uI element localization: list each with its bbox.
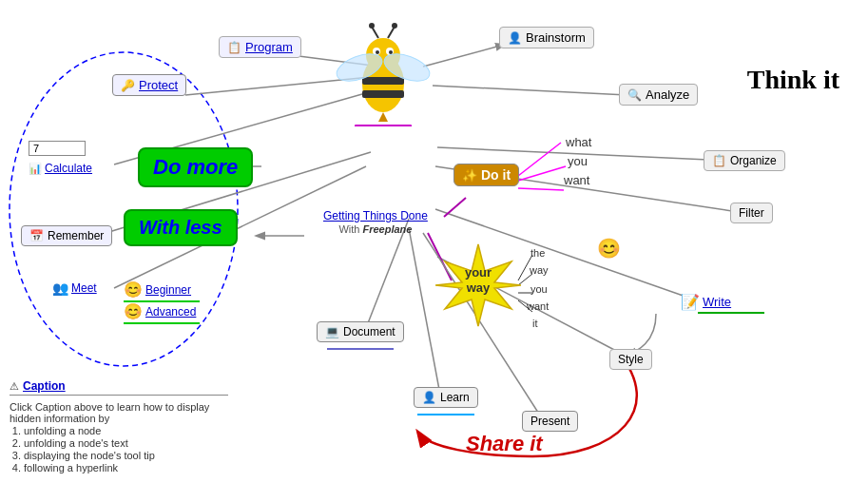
write-icon: 📝 — [681, 293, 700, 311]
advanced-label: Advanced — [145, 305, 196, 319]
organize-node[interactable]: 📋 Organize — [704, 150, 785, 171]
svg-point-32 — [376, 50, 379, 54]
remember-node[interactable]: 📅 Remember — [21, 225, 112, 246]
word-what: what — [566, 135, 591, 149]
present-label: Present — [530, 415, 569, 428]
your-way-node[interactable]: your way — [435, 242, 521, 332]
brainstorm-icon: 👤 — [508, 31, 522, 45]
learn-node[interactable]: 👤 Learn — [414, 387, 478, 415]
caption-item-3: displaying the node's tool tip — [24, 450, 228, 461]
analyze-icon: 🔍 — [627, 88, 642, 102]
word-want2: want — [527, 300, 549, 312]
beginner-node[interactable]: 😊 Beginner — [124, 280, 200, 302]
share-it-label: Share it — [466, 432, 543, 456]
smiley-icon: 😊 — [597, 237, 621, 260]
analyze-node[interactable]: 🔍 Analyze — [619, 84, 698, 106]
freeplane-label: Freeplane — [362, 223, 412, 235]
program-node[interactable]: 📋 Program — [219, 36, 301, 58]
calculate-input[interactable] — [29, 141, 86, 156]
do-more-node: Do more — [138, 147, 253, 187]
word-way: way — [530, 264, 549, 276]
caption-item-4: following a hyperlink — [24, 462, 228, 473]
program-label: Program — [245, 40, 293, 54]
learn-label: Learn — [440, 391, 470, 404]
getting-things-subtitle: With — [338, 223, 362, 235]
svg-point-33 — [389, 50, 393, 54]
beginner-icon: 😊 — [124, 280, 143, 299]
with-less-node: With less — [124, 209, 238, 246]
svg-text:way: way — [466, 280, 491, 295]
svg-point-37 — [392, 23, 397, 29]
meet-label: Meet — [71, 281, 97, 295]
write-node[interactable]: 📝 Write — [681, 293, 764, 314]
document-label: Document — [343, 325, 395, 338]
think-it-label: Think it — [747, 65, 839, 95]
organize-label: Organize — [730, 154, 777, 167]
protect-icon: 🔑 — [121, 79, 135, 92]
svg-text:your: your — [465, 265, 492, 280]
getting-things-label: Getting Things Done — [323, 209, 428, 222]
protect-label: Protect — [139, 78, 178, 92]
caption-warning-icon: ⚠ — [10, 380, 19, 393]
do-more-label: Do more — [138, 147, 253, 187]
remember-label: Remember — [48, 229, 104, 242]
getting-things-done-node[interactable]: Getting Things Done With Freeplane — [323, 209, 428, 236]
filter-node[interactable]: Filter — [730, 203, 773, 223]
style-node[interactable]: Style — [609, 349, 652, 370]
bee-image — [314, 5, 452, 133]
style-label: Style — [618, 353, 644, 366]
caption-title[interactable]: Caption — [23, 379, 66, 393]
brainstorm-label: Brainstorm — [526, 30, 586, 45]
svg-marker-40 — [378, 112, 388, 122]
do-it-icon: ✨ — [462, 168, 477, 183]
remember-icon: 📅 — [29, 229, 44, 242]
svg-line-15 — [518, 166, 566, 181]
advanced-node[interactable]: 😊 Advanced — [124, 302, 200, 324]
beginner-label: Beginner — [145, 283, 191, 297]
word-it: it — [532, 318, 538, 329]
advanced-icon: 😊 — [124, 302, 143, 320]
svg-line-16 — [518, 188, 564, 190]
meet-icon: 👥 — [52, 280, 68, 296]
svg-line-14 — [518, 143, 561, 176]
program-icon: 📋 — [227, 41, 241, 54]
word-you: you — [568, 154, 588, 168]
analyze-label: Analyze — [646, 87, 689, 102]
protect-node[interactable]: 🔑 Protect — [112, 74, 186, 96]
mind-map-container: Think it 📋 Program 🔑 Protect 📊 Calculate… — [0, 0, 868, 483]
svg-line-17 — [444, 198, 466, 217]
word-want: want — [564, 173, 589, 187]
document-node[interactable]: 💻 Document — [317, 321, 404, 350]
do-it-label: Do it — [481, 167, 511, 183]
caption-item-1: unfolding a node — [24, 425, 228, 436]
do-it-node[interactable]: ✨ Do it — [453, 164, 519, 186]
svg-point-35 — [369, 23, 375, 29]
svg-rect-27 — [362, 77, 404, 85]
brainstorm-node[interactable]: 👤 Brainstorm — [499, 27, 594, 48]
svg-rect-28 — [362, 90, 404, 98]
meet-node[interactable]: 👥 Meet — [52, 280, 97, 296]
write-label: Write — [703, 295, 731, 309]
calculate-icon: 📊 — [29, 163, 42, 175]
svg-line-9 — [433, 86, 627, 95]
filter-label: Filter — [739, 206, 764, 220]
caption-list: unfolding a node unfolding a node's text… — [24, 425, 228, 473]
present-node[interactable]: Present — [522, 411, 578, 432]
caption-item-2: unfolding a node's text — [24, 437, 228, 449]
caption-area: ⚠ Caption Click Caption above to learn h… — [10, 379, 228, 473]
organize-icon: 📋 — [712, 154, 726, 167]
calculate-node[interactable]: 📊 Calculate — [29, 141, 92, 175]
calculate-label: Calculate — [45, 162, 92, 175]
document-icon: 💻 — [325, 325, 339, 338]
word-you2: you — [530, 283, 548, 295]
svg-rect-41 — [355, 125, 412, 126]
caption-description: Click Caption above to learn how to disp… — [10, 401, 228, 424]
word-the: the — [530, 247, 545, 259]
with-less-label: With less — [124, 209, 238, 246]
learn-icon: 👤 — [422, 391, 436, 404]
